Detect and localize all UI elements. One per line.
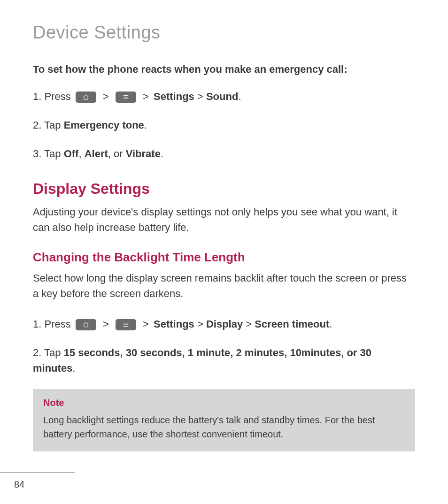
gt-2: > [143, 89, 149, 104]
backlight-step-2: 2. Tap 15 seconds, 30 seconds, 1 minute,… [33, 345, 415, 376]
step-3-prefix: 3. Tap [33, 148, 64, 160]
bl-gt-4: > [246, 318, 252, 330]
gt-1: > [103, 89, 109, 104]
bl-gt-3: > [197, 318, 203, 330]
period-2: . [144, 119, 147, 131]
bl-period-2: . [72, 362, 75, 374]
backlight-para: Select how long the display screen remai… [33, 270, 415, 301]
page-title: Device Settings [33, 23, 415, 43]
gt-3: > [197, 91, 203, 102]
bl-period-1: . [329, 318, 332, 330]
step-1-prefix: 1. Press [33, 91, 74, 102]
page-footer: 84 [0, 472, 448, 490]
period-3: . [161, 148, 163, 160]
bl-timeout-label: Screen timeout [255, 318, 329, 330]
alert-label: Alert [85, 148, 108, 160]
bl-gt-1: > [103, 316, 109, 332]
step-2-prefix: 2. Tap [33, 119, 64, 131]
note-body: Long backlight settings reduce the batte… [43, 413, 405, 441]
bl-step-1-prefix: 1. Press [33, 318, 74, 330]
bl-gt-2: > [143, 316, 149, 332]
backlight-heading: Changing the Backlight Time Length [33, 250, 415, 265]
settings-label: Settings [154, 91, 194, 102]
vibrate-label: Vibrate [126, 148, 161, 160]
home-icon [76, 92, 96, 103]
display-settings-para: Adjusting your device's display settings… [33, 204, 415, 235]
note-title: Note [43, 397, 405, 408]
off-label: Off [64, 148, 79, 160]
comma-1: , [78, 148, 84, 160]
footer-divider [0, 472, 75, 473]
bl-times-label: 15 seconds, 30 seconds, 1 minute, 2 minu… [33, 347, 371, 374]
page-number: 84 [0, 479, 448, 490]
menu-icon [116, 92, 136, 103]
display-settings-heading: Display Settings [33, 180, 415, 198]
backlight-step-1: 1. Press > > Settings > Display > Screen… [33, 316, 415, 332]
emergency-tone-label: Emergency tone [64, 119, 144, 131]
comma-2: , or [108, 148, 126, 160]
period-1: . [238, 91, 241, 102]
bl-step-2-prefix: 2. Tap [33, 347, 64, 359]
bl-settings-label: Settings [154, 318, 194, 330]
bl-display-label: Display [206, 318, 243, 330]
note-box: Note Long backlight settings reduce the … [33, 389, 415, 451]
step-1: 1. Press > > Settings > Sound. [33, 89, 415, 104]
home-icon [76, 319, 96, 330]
step-3: 3. Tap Off, Alert, or Vibrate. [33, 146, 415, 161]
menu-icon [116, 319, 136, 330]
sound-label: Sound [206, 91, 238, 102]
step-2: 2. Tap Emergency tone. [33, 117, 415, 133]
intro-heading: To set how the phone reacts when you mak… [33, 63, 415, 76]
